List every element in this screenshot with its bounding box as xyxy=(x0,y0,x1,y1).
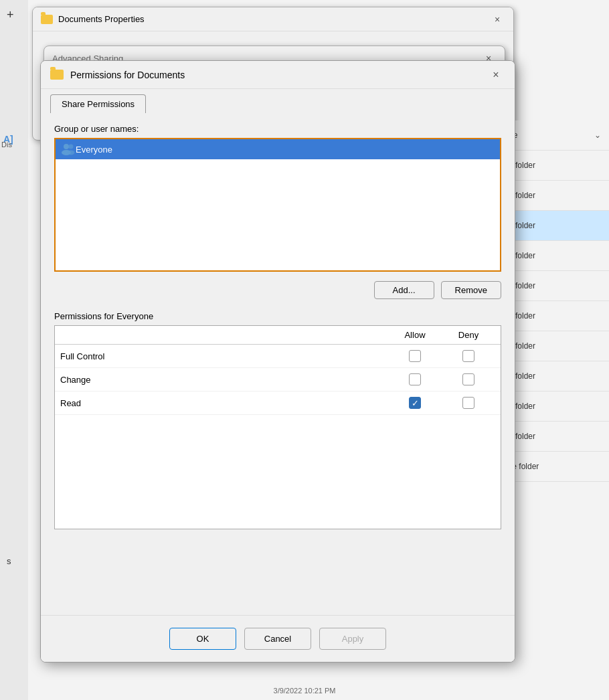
full-control-deny-checkbox[interactable] xyxy=(462,350,474,362)
right-list: pe e folder e folder e folder e folder e… xyxy=(502,120,609,482)
dis-label: Dis xyxy=(1,141,12,149)
s-label: s xyxy=(7,556,11,566)
user-list-box[interactable]: Everyone xyxy=(54,138,501,272)
users-icon xyxy=(61,143,76,155)
change-deny-checkbox[interactable] xyxy=(462,373,474,385)
list-item[interactable]: e folder xyxy=(502,361,609,391)
list-item[interactable]: e folder xyxy=(502,422,609,452)
bottom-date-text: 3/9/2022 10:21 PM xyxy=(274,687,336,695)
ok-button[interactable]: OK xyxy=(169,628,236,650)
list-item[interactable]: e folder xyxy=(502,391,609,422)
doc-properties-close-button[interactable]: × xyxy=(489,11,505,27)
doc-properties-title: Documents Properties xyxy=(58,14,489,24)
perm-row-read: Read ✓ xyxy=(55,391,501,415)
group-users-label: Group or user names: xyxy=(54,124,501,134)
everyone-label: Everyone xyxy=(76,145,112,155)
permissions-table: Allow Deny Full Control Change xyxy=(54,325,501,529)
permissions-dialog: Permissions for Documents × Share Permis… xyxy=(40,60,515,663)
list-item[interactable]: e folder xyxy=(502,241,609,271)
list-item[interactable]: e folder xyxy=(502,151,609,181)
full-control-allow-cell xyxy=(388,350,442,362)
change-allow-cell xyxy=(388,373,442,385)
doc-properties-folder-icon xyxy=(41,15,53,24)
apply-button[interactable]: Apply xyxy=(319,628,386,650)
read-deny-checkbox[interactable] xyxy=(462,397,474,409)
list-item[interactable]: e folder xyxy=(502,331,609,361)
perm-full-control-label: Full Control xyxy=(60,351,388,361)
svg-point-0 xyxy=(64,144,69,149)
list-item[interactable]: e folder xyxy=(502,211,609,241)
permissions-titlebar: Permissions for Documents × xyxy=(41,61,515,89)
tab-share-permissions[interactable]: Share Permissions xyxy=(50,94,146,113)
perm-read-label: Read xyxy=(60,398,388,408)
svg-point-1 xyxy=(69,145,74,149)
left-sidebar: + A] Dis s xyxy=(0,0,28,700)
col-deny-header: Deny xyxy=(442,330,495,340)
list-item[interactable]: e folder xyxy=(502,301,609,331)
read-deny-cell xyxy=(442,397,495,409)
list-item[interactable]: ile folder xyxy=(502,452,609,482)
permissions-folder-icon xyxy=(50,70,64,80)
read-allow-cell: ✓ xyxy=(388,397,442,409)
permissions-close-button[interactable]: × xyxy=(487,66,505,84)
checkmark-icon: ✓ xyxy=(412,399,419,408)
permissions-dialog-title: Permissions for Documents xyxy=(70,70,487,80)
dialog-content: Group or user names: Everyone Add... Rem… xyxy=(41,113,515,540)
svg-point-3 xyxy=(68,151,75,155)
add-button[interactable]: Add... xyxy=(374,281,434,299)
read-allow-checkbox[interactable]: ✓ xyxy=(409,397,421,409)
dropdown-arrow-icon[interactable]: ⌄ xyxy=(590,127,606,143)
perm-change-label: Change xyxy=(60,375,388,385)
plus-icon[interactable]: + xyxy=(7,8,14,22)
user-list-item-everyone[interactable]: Everyone xyxy=(56,139,500,159)
permissions-table-header: Allow Deny xyxy=(55,326,501,345)
doc-properties-titlebar: Documents Properties × xyxy=(33,7,513,31)
perm-row-change: Change xyxy=(55,368,501,391)
list-item[interactable]: e folder xyxy=(502,271,609,301)
change-allow-checkbox[interactable] xyxy=(409,373,421,385)
perm-row-full-control: Full Control xyxy=(55,345,501,368)
cancel-button[interactable]: Cancel xyxy=(244,628,311,650)
full-control-allow-checkbox[interactable] xyxy=(409,350,421,362)
col-allow-header: Allow xyxy=(388,330,442,340)
change-deny-cell xyxy=(442,373,495,385)
tab-area: Share Permissions xyxy=(41,89,515,113)
permissions-table-empty xyxy=(55,415,501,529)
remove-button[interactable]: Remove xyxy=(441,281,501,299)
permissions-section-label: Permissions for Everyone xyxy=(54,311,501,321)
full-control-deny-cell xyxy=(442,350,495,362)
list-item[interactable]: e folder xyxy=(502,181,609,211)
user-action-buttons: Add... Remove xyxy=(54,281,501,299)
dialog-bottom-bar: OK Cancel Apply xyxy=(41,615,515,662)
